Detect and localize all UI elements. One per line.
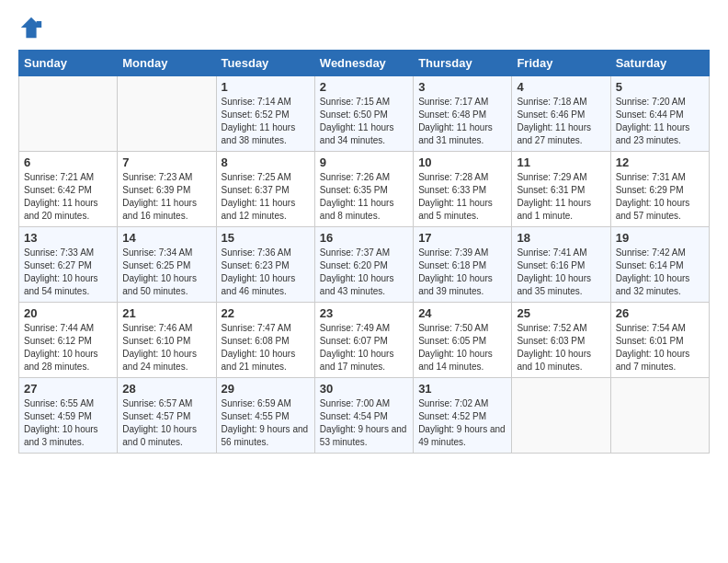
- day-info: Sunrise: 7:33 AMSunset: 6:27 PMDaylight:…: [24, 247, 112, 298]
- day-info: Sunrise: 7:21 AMSunset: 6:42 PMDaylight:…: [24, 171, 112, 223]
- day-info: Sunrise: 7:28 AMSunset: 6:33 PMDaylight:…: [418, 171, 506, 223]
- calendar-cell: 1Sunrise: 7:14 AMSunset: 6:52 PMDaylight…: [216, 76, 314, 152]
- day-number: 29: [222, 382, 310, 396]
- day-number: 10: [418, 155, 506, 169]
- day-info: Sunrise: 7:14 AMSunset: 6:52 PMDaylight:…: [222, 96, 310, 147]
- day-info: Sunrise: 6:55 AMSunset: 4:59 PMDaylight:…: [24, 397, 112, 449]
- day-number: 19: [616, 231, 704, 245]
- day-info: Sunrise: 7:29 AMSunset: 6:31 PMDaylight:…: [517, 171, 605, 223]
- page: SundayMondayTuesdayWednesdayThursdayFrid…: [0, 0, 728, 563]
- day-info: Sunrise: 7:23 AMSunset: 6:39 PMDaylight:…: [122, 171, 210, 223]
- day-number: 16: [320, 231, 408, 245]
- calendar-cell: [118, 76, 216, 152]
- calendar-cell: 13Sunrise: 7:33 AMSunset: 6:27 PMDayligh…: [19, 227, 118, 303]
- day-info: Sunrise: 7:50 AMSunset: 6:05 PMDaylight:…: [418, 322, 506, 373]
- calendar-cell: 21Sunrise: 7:46 AMSunset: 6:10 PMDayligh…: [118, 303, 216, 378]
- day-info: Sunrise: 6:59 AMSunset: 4:55 PMDaylight:…: [222, 397, 310, 449]
- day-number: 20: [24, 306, 112, 320]
- col-header-wednesday: Wednesday: [314, 51, 413, 76]
- day-number: 26: [616, 306, 704, 320]
- day-number: 12: [616, 155, 704, 169]
- day-number: 15: [222, 231, 310, 245]
- day-number: 2: [320, 80, 408, 94]
- calendar-cell: 9Sunrise: 7:26 AMSunset: 6:35 PMDaylight…: [314, 152, 413, 227]
- calendar-cell: 29Sunrise: 6:59 AMSunset: 4:55 PMDayligh…: [216, 378, 314, 454]
- col-header-monday: Monday: [118, 51, 216, 76]
- day-number: 18: [517, 231, 605, 245]
- day-info: Sunrise: 7:42 AMSunset: 6:14 PMDaylight:…: [616, 247, 704, 298]
- header: [18, 15, 710, 40]
- day-info: Sunrise: 7:49 AMSunset: 6:07 PMDaylight:…: [320, 322, 408, 373]
- day-number: 17: [418, 231, 506, 245]
- calendar-cell: 31Sunrise: 7:02 AMSunset: 4:52 PMDayligh…: [414, 378, 512, 454]
- calendar-cell: 25Sunrise: 7:52 AMSunset: 6:03 PMDayligh…: [512, 303, 610, 378]
- logo-icon: [18, 15, 44, 40]
- calendar-cell: 23Sunrise: 7:49 AMSunset: 6:07 PMDayligh…: [314, 303, 413, 378]
- day-number: 28: [122, 382, 210, 396]
- day-info: Sunrise: 7:52 AMSunset: 6:03 PMDaylight:…: [517, 322, 605, 373]
- calendar-cell: [19, 76, 118, 152]
- calendar-cell: 26Sunrise: 7:54 AMSunset: 6:01 PMDayligh…: [610, 303, 709, 378]
- calendar-cell: 11Sunrise: 7:29 AMSunset: 6:31 PMDayligh…: [512, 152, 610, 227]
- day-info: Sunrise: 7:17 AMSunset: 6:48 PMDaylight:…: [418, 96, 506, 147]
- day-number: 5: [616, 80, 704, 94]
- day-info: Sunrise: 7:41 AMSunset: 6:16 PMDaylight:…: [517, 247, 605, 298]
- calendar-cell: 28Sunrise: 6:57 AMSunset: 4:57 PMDayligh…: [118, 378, 216, 454]
- calendar-cell: 5Sunrise: 7:20 AMSunset: 6:44 PMDaylight…: [610, 76, 709, 152]
- svg-marker-2: [37, 21, 42, 28]
- col-header-tuesday: Tuesday: [216, 51, 314, 76]
- day-info: Sunrise: 7:39 AMSunset: 6:18 PMDaylight:…: [418, 247, 506, 298]
- day-info: Sunrise: 7:34 AMSunset: 6:25 PMDaylight:…: [122, 247, 210, 298]
- day-info: Sunrise: 7:00 AMSunset: 4:54 PMDaylight:…: [320, 397, 408, 449]
- calendar-cell: 27Sunrise: 6:55 AMSunset: 4:59 PMDayligh…: [19, 378, 118, 454]
- calendar-cell: 20Sunrise: 7:44 AMSunset: 6:12 PMDayligh…: [19, 303, 118, 378]
- day-number: 30: [320, 382, 408, 396]
- day-number: 9: [320, 155, 408, 169]
- day-info: Sunrise: 7:20 AMSunset: 6:44 PMDaylight:…: [616, 96, 704, 147]
- day-info: Sunrise: 7:54 AMSunset: 6:01 PMDaylight:…: [616, 322, 704, 373]
- calendar-cell: 4Sunrise: 7:18 AMSunset: 6:46 PMDaylight…: [512, 76, 610, 152]
- day-info: Sunrise: 7:15 AMSunset: 6:50 PMDaylight:…: [320, 96, 408, 147]
- day-number: 8: [222, 155, 310, 169]
- calendar-cell: [512, 378, 610, 454]
- col-header-saturday: Saturday: [610, 51, 709, 76]
- day-info: Sunrise: 7:44 AMSunset: 6:12 PMDaylight:…: [24, 322, 112, 373]
- calendar-cell: [610, 378, 709, 454]
- day-number: 1: [222, 80, 310, 94]
- col-header-sunday: Sunday: [19, 51, 118, 76]
- day-info: Sunrise: 7:46 AMSunset: 6:10 PMDaylight:…: [122, 322, 210, 373]
- day-info: Sunrise: 7:26 AMSunset: 6:35 PMDaylight:…: [320, 171, 408, 223]
- calendar-cell: 16Sunrise: 7:37 AMSunset: 6:20 PMDayligh…: [314, 227, 413, 303]
- day-number: 24: [418, 306, 506, 320]
- day-number: 13: [24, 231, 112, 245]
- day-info: Sunrise: 6:57 AMSunset: 4:57 PMDaylight:…: [122, 397, 210, 449]
- calendar-cell: 12Sunrise: 7:31 AMSunset: 6:29 PMDayligh…: [610, 152, 709, 227]
- day-info: Sunrise: 7:36 AMSunset: 6:23 PMDaylight:…: [222, 247, 310, 298]
- day-info: Sunrise: 7:37 AMSunset: 6:20 PMDaylight:…: [320, 247, 408, 298]
- calendar-cell: 10Sunrise: 7:28 AMSunset: 6:33 PMDayligh…: [414, 152, 512, 227]
- day-number: 23: [320, 306, 408, 320]
- day-info: Sunrise: 7:18 AMSunset: 6:46 PMDaylight:…: [517, 96, 605, 147]
- calendar-cell: 19Sunrise: 7:42 AMSunset: 6:14 PMDayligh…: [610, 227, 709, 303]
- day-info: Sunrise: 7:31 AMSunset: 6:29 PMDaylight:…: [616, 171, 704, 223]
- day-number: 4: [517, 80, 605, 94]
- calendar-cell: 8Sunrise: 7:25 AMSunset: 6:37 PMDaylight…: [216, 152, 314, 227]
- day-info: Sunrise: 7:47 AMSunset: 6:08 PMDaylight:…: [222, 322, 310, 373]
- day-number: 7: [122, 155, 210, 169]
- day-number: 27: [24, 382, 112, 396]
- col-header-thursday: Thursday: [414, 51, 512, 76]
- logo: [18, 15, 46, 40]
- day-number: 21: [122, 306, 210, 320]
- day-info: Sunrise: 7:25 AMSunset: 6:37 PMDaylight:…: [222, 171, 310, 223]
- calendar-cell: 3Sunrise: 7:17 AMSunset: 6:48 PMDaylight…: [414, 76, 512, 152]
- calendar-cell: 22Sunrise: 7:47 AMSunset: 6:08 PMDayligh…: [216, 303, 314, 378]
- day-number: 6: [24, 155, 112, 169]
- calendar-cell: 15Sunrise: 7:36 AMSunset: 6:23 PMDayligh…: [216, 227, 314, 303]
- day-number: 14: [122, 231, 210, 245]
- calendar-table: SundayMondayTuesdayWednesdayThursdayFrid…: [18, 50, 710, 454]
- calendar-cell: 18Sunrise: 7:41 AMSunset: 6:16 PMDayligh…: [512, 227, 610, 303]
- day-number: 31: [418, 382, 506, 396]
- calendar-cell: 24Sunrise: 7:50 AMSunset: 6:05 PMDayligh…: [414, 303, 512, 378]
- col-header-friday: Friday: [512, 51, 610, 76]
- day-number: 11: [517, 155, 605, 169]
